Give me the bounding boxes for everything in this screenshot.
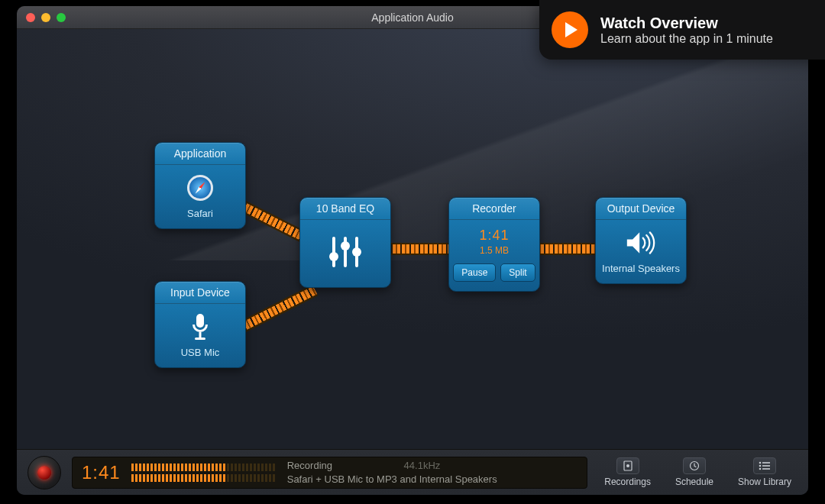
svg-point-6 bbox=[329, 252, 338, 261]
svg-point-7 bbox=[341, 241, 350, 250]
svg-point-14 bbox=[759, 465, 762, 467]
svg-rect-17 bbox=[762, 468, 770, 470]
library-label: Show Library bbox=[738, 477, 791, 487]
svg-rect-1 bbox=[199, 332, 202, 338]
svg-point-10 bbox=[626, 464, 629, 467]
node-output-label: Internal Speakers bbox=[600, 263, 681, 274]
level-meter bbox=[131, 462, 277, 483]
recordings-button[interactable]: Recordings bbox=[598, 454, 657, 490]
watch-overview-card[interactable]: Watch Overview Learn about the app in 1 … bbox=[539, 0, 825, 60]
traffic-lights bbox=[26, 13, 66, 22]
node-input-device[interactable]: Input Device USB Mic bbox=[154, 281, 246, 368]
svg-rect-2 bbox=[195, 338, 205, 340]
detail-text: Safari + USB Mic to MP3 and Internal Spe… bbox=[287, 473, 497, 486]
microphone-icon bbox=[185, 312, 215, 342]
maximize-icon[interactable] bbox=[57, 13, 66, 22]
lcd-display: 1:41 Recording 44.1kHz Safari + USB Mic … bbox=[72, 457, 587, 489]
cable-input-eq bbox=[234, 285, 318, 335]
svg-rect-13 bbox=[762, 462, 770, 464]
recordings-icon bbox=[616, 457, 639, 474]
node-application[interactable]: Application Safari bbox=[154, 142, 246, 229]
overview-subtitle: Learn about the app in 1 minute bbox=[600, 32, 773, 46]
node-application-title: Application bbox=[155, 143, 245, 165]
node-input-title: Input Device bbox=[155, 282, 245, 304]
node-application-label: Safari bbox=[160, 208, 241, 219]
minimize-icon[interactable] bbox=[41, 13, 50, 22]
show-library-button[interactable]: Show Library bbox=[732, 454, 798, 490]
node-eq[interactable]: 10 Band EQ bbox=[299, 197, 391, 288]
routing-canvas[interactable]: Application Safari Input Device USB Mic … bbox=[17, 29, 808, 449]
list-icon bbox=[753, 457, 776, 474]
node-recorder[interactable]: Recorder 1:41 1.5 MB Pause Split bbox=[448, 197, 540, 292]
recorder-size: 1.5 MB bbox=[454, 245, 535, 256]
svg-point-8 bbox=[352, 247, 361, 257]
clock-icon bbox=[683, 457, 706, 474]
pause-button[interactable]: Pause bbox=[453, 263, 496, 282]
svg-point-16 bbox=[759, 468, 762, 470]
node-recorder-title: Recorder bbox=[449, 198, 539, 220]
app-window: Application Audio Application Safari Inp… bbox=[17, 6, 808, 495]
recordings-label: Recordings bbox=[604, 477, 651, 487]
schedule-label: Schedule bbox=[675, 477, 713, 487]
elapsed-time: 1:41 bbox=[82, 462, 121, 483]
node-output-title: Output Device bbox=[596, 198, 686, 220]
node-eq-title: 10 Band EQ bbox=[300, 198, 390, 220]
close-icon[interactable] bbox=[26, 13, 35, 22]
equalizer-icon bbox=[305, 235, 386, 269]
record-button[interactable] bbox=[28, 456, 61, 489]
status-text: Recording bbox=[287, 460, 332, 471]
safari-icon bbox=[187, 175, 213, 201]
svg-point-12 bbox=[759, 462, 762, 464]
node-output-device[interactable]: Output Device Internal Speakers bbox=[595, 197, 687, 284]
schedule-button[interactable]: Schedule bbox=[668, 454, 721, 490]
overview-heading: Watch Overview bbox=[600, 15, 773, 32]
recorder-time: 1:41 bbox=[454, 228, 535, 244]
split-button[interactable]: Split bbox=[500, 263, 535, 282]
node-input-label: USB Mic bbox=[160, 347, 241, 358]
bottom-bar: 1:41 Recording 44.1kHz Safari + USB Mic … bbox=[17, 449, 808, 495]
sample-rate: 44.1kHz bbox=[404, 460, 441, 471]
play-icon bbox=[552, 11, 588, 48]
svg-rect-15 bbox=[762, 465, 770, 467]
record-icon bbox=[37, 466, 51, 480]
svg-rect-0 bbox=[196, 314, 204, 328]
speaker-icon bbox=[626, 228, 656, 258]
